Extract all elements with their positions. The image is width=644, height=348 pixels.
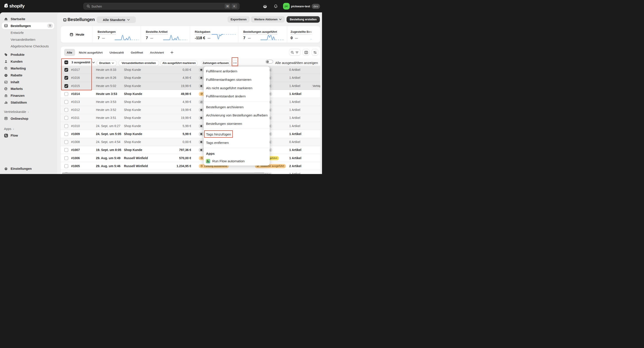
svg-text:shopify: shopify: [9, 3, 25, 8]
svg-text:s: s: [6, 4, 7, 7]
svg-text:$: $: [6, 88, 7, 90]
